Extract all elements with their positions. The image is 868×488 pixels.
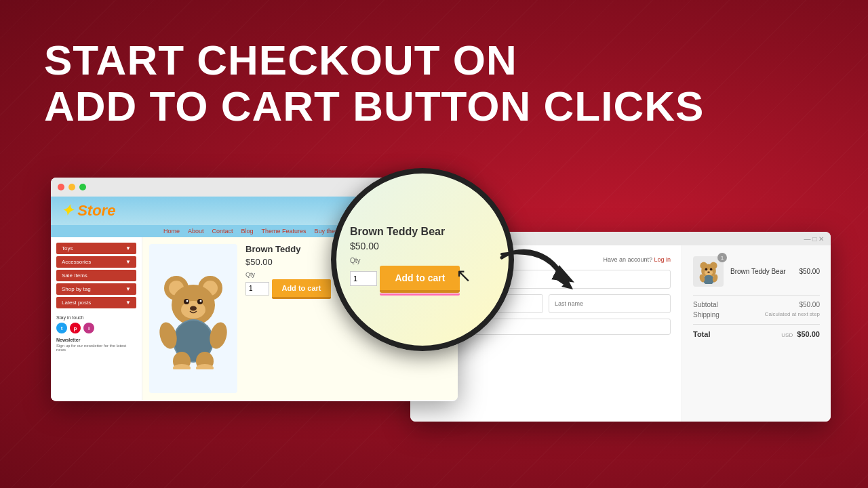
svg-point-24: [705, 268, 707, 270]
magnify-add-to-cart-button[interactable]: Add to cart: [380, 266, 460, 293]
pinterest-icon[interactable]: p: [70, 323, 81, 333]
subtotal-label: Subtotal: [693, 301, 718, 308]
browser-dot-green: [79, 184, 86, 190]
nav-blog[interactable]: Blog: [241, 228, 254, 235]
sidebar-item-shop-tag[interactable]: Shop by tag▼: [56, 283, 136, 295]
teddy-bear-image: [156, 268, 231, 369]
svg-point-25: [709, 268, 712, 270]
arrow-indicator: [495, 241, 576, 295]
subtotal-value: $50.00: [799, 301, 820, 308]
summary-product-image: 1: [693, 256, 724, 287]
login-link[interactable]: Log in: [654, 256, 671, 263]
headline: START CHECKOUT ON ADD TO CART BUTTON CLI…: [44, 37, 704, 129]
total-value: USD $50.00: [781, 330, 820, 338]
browser-dot-red: [58, 184, 64, 190]
svg-point-26: [707, 271, 710, 272]
shipping-value: Calculated at next step: [765, 311, 820, 319]
qty-input[interactable]: [245, 282, 269, 296]
magnify-product-title: Brown Teddy Bear: [350, 226, 495, 238]
sidebar-item-accessories[interactable]: Accessories▼: [56, 256, 136, 268]
chevron-down-icon: ▼: [125, 259, 131, 265]
summary-divider: [693, 295, 820, 296]
newsletter-sub: Sign up for our newsletter for the lates…: [56, 344, 136, 352]
magnify-qty-input[interactable]: [350, 271, 377, 286]
chevron-down-icon: ▼: [125, 245, 131, 251]
sidebar-item-toys[interactable]: Toys▼: [56, 243, 136, 254]
summary-subtotal-row: Subtotal $50.00: [693, 301, 820, 308]
social-icons: t p i: [56, 323, 136, 333]
store-sidebar: Toys▼ Accessories▼ Sale Items Shop by ta…: [51, 237, 142, 400]
nav-home[interactable]: Home: [163, 228, 180, 235]
nav-contact[interactable]: Contact: [212, 228, 233, 235]
summary-product-name: Brown Teddy Bear: [730, 268, 786, 275]
summary-product-price: $50.00: [799, 268, 820, 275]
headline-line2: ADD TO CART BUTTON CLICKS: [44, 83, 704, 129]
total-label: Total: [693, 330, 710, 338]
total-amount: $50.00: [797, 330, 820, 338]
sidebar-item-latest-posts[interactable]: Latest posts▼: [56, 297, 136, 308]
magnify-product-price: $50.00: [350, 241, 495, 251]
magnify-circle: Brown Teddy Bear $50.00 Qty Add to cart: [331, 168, 514, 351]
summary-total-row: Total USD $50.00: [693, 330, 820, 338]
headline-line1: START CHECKOUT ON: [44, 37, 704, 83]
svg-point-8: [186, 300, 189, 302]
checkout-summary: 1 Brown Teddy Bear $50.00 Subtotal $50.0…: [682, 245, 831, 422]
add-to-cart-button[interactable]: Add to cart: [272, 279, 330, 299]
instagram-icon[interactable]: i: [83, 323, 94, 333]
summary-shipping-row: Shipping Calculated at next step: [693, 311, 820, 319]
svg-point-9: [200, 300, 202, 302]
sidebar-item-sale[interactable]: Sale Items: [56, 270, 136, 281]
summary-badge: 1: [717, 253, 727, 262]
magnify-content: Brown Teddy Bear $50.00 Qty Add to cart: [336, 212, 509, 308]
last-name-field[interactable]: [549, 294, 671, 313]
summary-teddy-icon: [696, 260, 721, 284]
store-logo: Store: [61, 202, 115, 220]
shipping-label: Shipping: [693, 311, 719, 319]
product-image: [149, 244, 237, 393]
svg-point-10: [190, 306, 197, 311]
browser-dot-yellow: [68, 184, 75, 190]
newsletter-label: Newsletter: [56, 338, 136, 342]
nav-theme-features[interactable]: Theme Features: [262, 228, 307, 235]
chevron-down-icon: ▼: [125, 300, 131, 306]
have-account-label: Have an account?: [603, 256, 652, 263]
social-label: Stay in touch: [56, 315, 136, 320]
button-highlight: [380, 293, 460, 296]
chevron-down-icon: ▼: [125, 286, 131, 292]
summary-divider-2: [693, 324, 820, 325]
magnify-qty-label: Qty: [350, 257, 495, 264]
total-currency: USD: [781, 332, 793, 338]
checkout-bar-controls: — □ ✕: [804, 235, 824, 243]
nav-about[interactable]: About: [188, 228, 204, 235]
summary-product: 1 Brown Teddy Bear $50.00: [693, 256, 820, 287]
twitter-icon[interactable]: t: [56, 323, 67, 333]
sidebar-bottom: Stay in touch t p i Newsletter Sign up f…: [56, 315, 136, 352]
